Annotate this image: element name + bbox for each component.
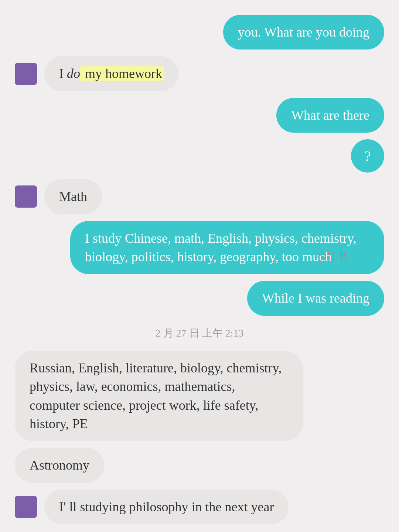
message-row-msg2: I do my homework [15,56,384,91]
msg4-text: ? [364,147,371,165]
msg7-text: While I was reading [262,291,369,306]
bubble-msg2: I do my homework [44,56,178,91]
msg3-text: What are there [291,108,369,123]
bubble-msg4: ? [351,139,384,173]
avatar-msg10 [15,496,37,518]
chat-container: you. What are you doing I do my homework… [0,7,399,532]
bubble-msg9: Astronomy [15,448,104,482]
msg5-text: Math [59,189,87,204]
bubble-msg3: What are there [276,98,384,133]
msg6-text: I study Chinese, math, English, physics,… [85,231,357,264]
message-row-msg5: Math [15,179,384,214]
bubble-msg8: Russian, English, literature, biology, c… [15,351,303,441]
avatar-msg5 [15,185,37,208]
msg2-text-plain: I [59,66,67,81]
msg10-text: I' ll studying philosophy in the next ye… [59,499,274,514]
msg1-text: you. What are you doing [238,25,369,40]
bubble-msg1: you. What are you doing [223,15,384,50]
timestamp-text: 2 月 27 日 上午 2:13 [156,327,244,339]
msg9-text: Astronomy [30,458,89,473]
bubble-msg6: I study Chinese, math, English, physics,… [70,221,384,274]
msg8-text: Russian, English, literature, biology, c… [30,361,282,431]
timestamp: 2 月 27 日 上午 2:13 [15,326,384,340]
msg2-text-italic: do [67,66,80,81]
bubble-msg6-wrapper: I study Chinese, math, English, physics,… [70,221,384,274]
avatar-msg2 [15,63,37,85]
bubble-msg7: While I was reading [247,281,384,316]
bubble-msg5: Math [44,179,102,214]
message-row-msg10: I' ll studying philosophy in the next ye… [15,490,384,524]
msg2-text-highlight: my homework [80,66,164,81]
bubble-msg10: I' ll studying philosophy in the next ye… [44,490,289,524]
